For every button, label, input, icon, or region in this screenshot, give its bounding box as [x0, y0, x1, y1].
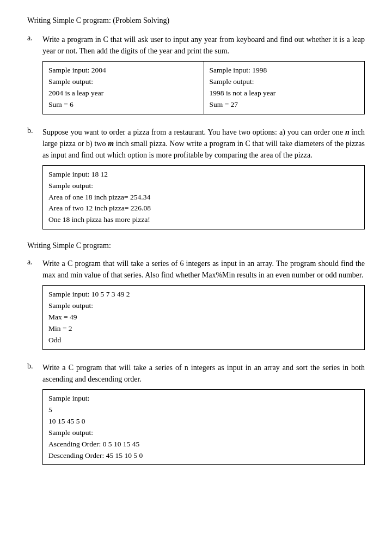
desc-b1: Suppose you want to order a pizza from a… — [42, 126, 365, 161]
section1-item-b: b. Suppose you want to order a pizza fro… — [27, 126, 365, 234]
sample-b1-line1: Sample input: 18 12 — [48, 169, 359, 180]
label-a1: a. — [27, 34, 42, 43]
sample-input-left: Sample input: 2004 — [48, 65, 198, 76]
section2-item-b: b. Write a C program that will take a se… — [27, 362, 365, 470]
sample-b1-line5: One 18 inch pizza has more pizza! — [48, 214, 359, 226]
section2-title: Writing Simple C program: — [27, 241, 365, 250]
content-b2: Write a C program that will take a serie… — [42, 362, 365, 470]
sample-a2-line3: Max = 49 — [48, 312, 359, 323]
sample-line1-right: 1998 is not a leap year — [210, 88, 359, 99]
sample-b2-line4: Sample output: — [48, 427, 359, 439]
sample-box-a2: Sample input: 10 5 7 3 49 2 Sample outpu… — [42, 285, 365, 350]
sample-b1-line3: Area of one 18 inch pizza= 254.34 — [48, 192, 359, 203]
content-b1: Suppose you want to order a pizza from a… — [42, 126, 365, 234]
sample-left-a1: Sample input: 2004 Sample output: 2004 i… — [43, 62, 204, 114]
italic-n: n — [345, 128, 350, 136]
sample-b2-line1: Sample input: — [48, 393, 359, 404]
section1-list: a. Write a program in C that will ask us… — [27, 34, 365, 234]
sample-a2-line5: Odd — [48, 335, 359, 346]
sample-line2-left: Sum = 6 — [48, 99, 198, 111]
section2-list: a. Write a C program that will take a se… — [27, 258, 365, 469]
sample-output-left: Sample output: — [48, 76, 198, 88]
desc-a2: Write a C program that will take a serie… — [42, 258, 365, 281]
sample-a2-line1: Sample input: 10 5 7 3 49 2 — [48, 289, 359, 300]
page-title: Writing Simple C program: (Problem Solvi… — [27, 16, 365, 25]
label-b2: b. — [27, 362, 42, 371]
sample-box-a1: Sample input: 2004 Sample output: 2004 i… — [42, 61, 365, 114]
italic-m: m — [108, 140, 114, 148]
sample-b1-line4: Area of two 12 inch pizza= 226.08 — [48, 203, 359, 214]
content-a1: Write a program in C that will ask user … — [42, 34, 365, 119]
desc-a1: Write a program in C that will ask user … — [42, 34, 365, 57]
sample-box-b1: Sample input: 18 12 Sample output: Area … — [42, 165, 365, 230]
sample-line2-right: Sum = 27 — [210, 99, 359, 111]
label-a2: a. — [27, 258, 42, 267]
desc-b2: Write a C program that will take a serie… — [42, 362, 365, 385]
sample-a2-line4: Min = 2 — [48, 323, 359, 335]
sample-line1-left: 2004 is a leap year — [48, 88, 198, 99]
sample-b1-line2: Sample output: — [48, 180, 359, 192]
label-b1: b. — [27, 126, 42, 135]
sample-input-right: Sample input: 1998 — [210, 65, 359, 76]
sample-right-a1: Sample input: 1998 Sample output: 1998 i… — [204, 62, 365, 114]
sample-b2-line6: Descending Order: 45 15 10 5 0 — [48, 450, 359, 462]
sample-output-right: Sample output: — [210, 76, 359, 88]
content-a2: Write a C program that will take a serie… — [42, 258, 365, 354]
section1-item-a: a. Write a program in C that will ask us… — [27, 34, 365, 119]
sample-a2-line2: Sample output: — [48, 300, 359, 312]
sample-b2-line3: 10 15 45 5 0 — [48, 416, 359, 427]
sample-b2-line5: Ascending Order: 0 5 10 15 45 — [48, 439, 359, 450]
sample-b2-line2: 5 — [48, 404, 359, 416]
sample-box-b2: Sample input: 5 10 15 45 5 0 Sample outp… — [42, 389, 365, 466]
section2-item-a: a. Write a C program that will take a se… — [27, 258, 365, 354]
